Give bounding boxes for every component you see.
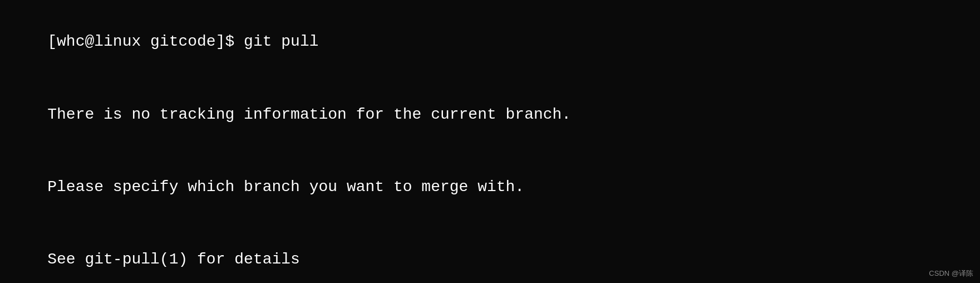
line-4: See git-pull(1) for details xyxy=(10,223,970,283)
output-2: There is no tracking information for the… xyxy=(47,106,571,123)
output-4: See git-pull(1) for details xyxy=(47,251,300,268)
line-1: [whc@linux gitcode]$ git pull xyxy=(10,6,970,78)
line-3: Please specify which branch you want to … xyxy=(10,150,970,223)
terminal-container: [whc@linux gitcode]$ git pull There is n… xyxy=(10,6,970,283)
watermark: CSDN @译陈 xyxy=(929,269,973,279)
line-2: There is no tracking information for the… xyxy=(10,78,970,150)
output-3: Please specify which branch you want to … xyxy=(47,178,524,196)
prompt-command-1: [whc@linux gitcode]$ git pull xyxy=(47,33,318,50)
